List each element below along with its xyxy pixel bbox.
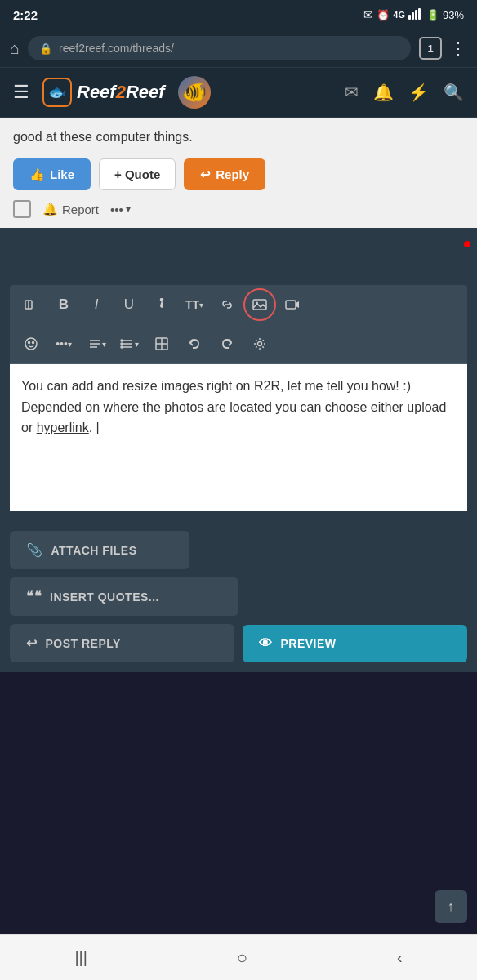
- bell-icon: 🔔: [42, 202, 58, 216]
- logo[interactable]: 🐟 Reef2Reef: [42, 78, 165, 107]
- site-header: ☰ 🐟 Reef2Reef 🐠 ✉ 🔔 ⚡ 🔍: [0, 68, 477, 118]
- redo-tool-button[interactable]: [212, 329, 242, 359]
- insert-quotes-button[interactable]: ❝❝ INSERT QUOTES...: [10, 577, 238, 616]
- arrow-up-icon: ↑: [448, 898, 455, 915]
- bold-tool-button[interactable]: B: [49, 290, 78, 319]
- browser-menu-icon[interactable]: ⋮: [450, 38, 467, 58]
- nav-back-icon[interactable]: |||: [74, 948, 87, 967]
- wifi-bars-icon: [408, 8, 423, 22]
- toolbar-row-2: ••• ▾ ▾ ▾: [10, 324, 467, 364]
- nav-home-icon[interactable]: ○: [237, 947, 247, 969]
- section-separator: [0, 228, 477, 234]
- svg-point-19: [121, 340, 123, 341]
- svg-rect-0: [408, 15, 411, 20]
- logo-icon: 🐟: [42, 78, 72, 107]
- battery-icon: 🔋: [426, 9, 439, 21]
- signal-icon: 4G: [393, 10, 405, 20]
- alarm-icon: ⏰: [377, 9, 390, 21]
- editor-content[interactable]: You can add and resize images right on R…: [10, 364, 467, 511]
- underline-tool-button[interactable]: U: [114, 290, 144, 319]
- link-tool-button[interactable]: [212, 290, 242, 319]
- svg-rect-9: [286, 301, 296, 309]
- avatar[interactable]: 🐠: [178, 76, 211, 109]
- more-options-button[interactable]: ••• ▾: [110, 203, 131, 216]
- fish-icon: 🐟: [48, 83, 66, 101]
- hamburger-menu-icon[interactable]: ☰: [13, 82, 29, 103]
- select-checkbox[interactable]: [13, 200, 31, 218]
- message-icon[interactable]: ✉: [345, 82, 359, 102]
- like-button[interactable]: 👍 Like: [13, 158, 91, 190]
- eraser-tool-button[interactable]: [16, 290, 46, 319]
- lock-icon: 🔒: [39, 42, 52, 55]
- chevron-down-icon: ▾: [126, 203, 131, 215]
- svg-point-20: [121, 343, 123, 345]
- svg-point-11: [29, 342, 30, 344]
- report-button[interactable]: 🔔 Report: [42, 202, 99, 216]
- status-bar: 2:22 ✉ ⏰ 4G 🔋 93%: [0, 0, 477, 29]
- image-tool-button[interactable]: [245, 290, 274, 319]
- italic-tool-button[interactable]: I: [82, 290, 111, 319]
- post-meta: 🔔 Report ••• ▾: [13, 200, 464, 218]
- font-size-tool-button[interactable]: TT ▾: [180, 290, 209, 319]
- browser-bar: ⌂ 🔒 reef2reef.com/threads/ 1 ⋮: [0, 29, 477, 68]
- svg-rect-1: [412, 12, 414, 20]
- lightning-icon[interactable]: ⚡: [408, 82, 429, 102]
- notification-icon[interactable]: 🔔: [373, 82, 394, 102]
- quote-icon: ❝❝: [26, 589, 42, 604]
- home-icon[interactable]: ⌂: [10, 39, 20, 58]
- paperclip-icon: 📎: [26, 542, 43, 558]
- undo-tool-button[interactable]: [180, 329, 209, 359]
- align-tool-button[interactable]: ▾: [82, 329, 111, 359]
- url-text: reef2reef.com/threads/: [59, 42, 174, 55]
- battery-percent: 93%: [443, 9, 464, 21]
- nav-recents-icon[interactable]: ‹: [397, 948, 403, 967]
- list-tool-button[interactable]: ▾: [114, 329, 144, 359]
- editor-spacer: [0, 234, 477, 275]
- editor-area: B I U TT ▾: [0, 275, 477, 521]
- emoji-tool-button[interactable]: [16, 329, 46, 359]
- post-reply-button[interactable]: ↩ POST REPLY: [10, 624, 234, 662]
- svg-rect-2: [415, 10, 417, 20]
- svg-point-21: [121, 346, 123, 348]
- post-area: good at these computer things. 👍 Like + …: [0, 118, 477, 228]
- svg-point-25: [258, 342, 262, 346]
- svg-point-12: [33, 342, 34, 344]
- svg-rect-7: [253, 300, 266, 310]
- settings-tool-button[interactable]: [245, 329, 274, 359]
- gmail-icon: ✉: [363, 8, 373, 21]
- toolbar-row-1: B I U TT ▾: [10, 285, 467, 324]
- more-tool-button[interactable]: ••• ▾: [49, 329, 78, 359]
- reply-icon: ↩: [200, 167, 211, 182]
- header-icons: ✉ 🔔 ⚡ 🔍: [345, 82, 464, 102]
- table-tool-button[interactable]: [147, 329, 176, 359]
- nav-bar: ||| ○ ‹: [0, 934, 477, 980]
- preview-button[interactable]: 👁 PREVIEW: [243, 625, 467, 662]
- svg-point-10: [25, 338, 37, 350]
- url-bar[interactable]: 🔒 reef2reef.com/threads/: [28, 36, 411, 60]
- post-reply-icon: ↩: [26, 635, 38, 651]
- hyperlink[interactable]: hyperlink: [37, 421, 89, 434]
- attach-files-button[interactable]: 📎 ATTACH FILES: [10, 531, 189, 569]
- svg-rect-3: [418, 8, 421, 20]
- scroll-to-top-button[interactable]: ↑: [435, 890, 467, 923]
- search-icon[interactable]: 🔍: [444, 82, 464, 102]
- thumbs-up-icon: 👍: [29, 167, 45, 182]
- ellipsis-icon: •••: [110, 203, 123, 216]
- svg-point-6: [161, 299, 163, 301]
- tab-count[interactable]: 1: [419, 37, 442, 60]
- reply-button[interactable]: ↩ Reply: [184, 158, 265, 190]
- video-tool-button[interactable]: [278, 290, 307, 319]
- bottom-buttons: 📎 ATTACH FILES ❝❝ INSERT QUOTES... ↩ POS…: [0, 521, 477, 672]
- avatar-image: 🐠: [182, 81, 207, 104]
- color-tool-button[interactable]: [147, 290, 176, 319]
- status-time: 2:22: [13, 8, 38, 22]
- eye-icon: 👁: [259, 636, 273, 651]
- submit-buttons-row: ↩ POST REPLY 👁 PREVIEW: [10, 624, 467, 662]
- logo-text: Reef2Reef: [77, 82, 165, 103]
- status-icons: ✉ ⏰ 4G 🔋 93%: [363, 8, 464, 22]
- post-text: good at these computer things.: [13, 127, 464, 147]
- quote-button[interactable]: + Quote: [99, 158, 176, 190]
- post-actions: 👍 Like + Quote ↩ Reply: [13, 158, 464, 190]
